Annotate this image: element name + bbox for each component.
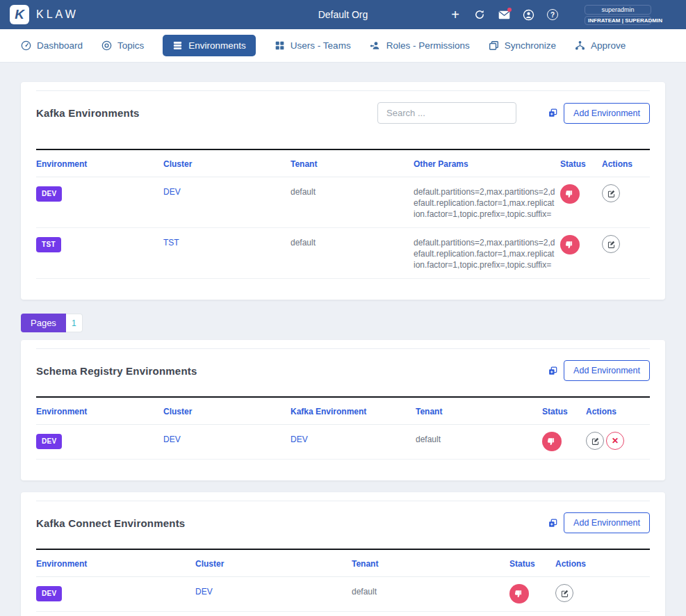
other-params-value: default.partitions=2,max.partitions=2,de… — [414, 237, 556, 270]
user-team-role: INFRATEAM | SUPERADMIN — [585, 16, 651, 25]
roles-person-key-icon — [370, 40, 381, 51]
edit-icon[interactable] — [586, 432, 604, 450]
cluster-link[interactable]: DEV — [163, 435, 181, 444]
profile-icon[interactable] — [522, 8, 534, 21]
users-teams-grid-icon — [275, 40, 285, 51]
table-header-row: Environment Cluster Tenant Status Action… — [36, 550, 650, 577]
tenant-value: default — [352, 586, 509, 597]
dashboard-gauge-icon — [21, 40, 31, 51]
topics-target-icon — [101, 40, 112, 51]
nav-item-users-teams[interactable]: Users - Teams — [275, 40, 351, 51]
table-header-row: Environment Cluster Kafka Environment Te… — [36, 398, 650, 425]
nav-item-roles-permissions[interactable]: Roles - Permissions — [370, 40, 470, 51]
pagination: Pages 1 — [21, 314, 665, 332]
page-number[interactable]: 1 — [66, 314, 83, 332]
kafka-environment-link[interactable]: DEV — [291, 435, 308, 444]
help-icon[interactable]: ? — [546, 8, 559, 21]
brand[interactable]: K KLAW — [10, 5, 79, 24]
cluster-link[interactable]: TST — [163, 238, 179, 248]
table-row: DEV DEV default default.partitions=2,max… — [36, 177, 650, 228]
nav-item-approve[interactable]: Approve — [575, 40, 626, 51]
page-content: Kafka Environments Add Environment Envir… — [0, 63, 686, 616]
cluster-link[interactable]: DEV — [163, 187, 181, 197]
environment-badge: TST — [36, 237, 61, 252]
kafka-environments-card: Kafka Environments Add Environment Envir… — [21, 82, 665, 300]
add-schema-environment-button[interactable]: Add Environment — [564, 360, 650, 381]
table-header-row: Environment Cluster Tenant Other Params … — [36, 150, 650, 177]
main-nav: Dashboard Topics Environments Users - Te… — [0, 29, 686, 63]
tenant-value: default — [291, 186, 414, 197]
status-thumbs-down-icon[interactable] — [509, 584, 529, 603]
klaw-logo-icon: K — [10, 5, 29, 24]
connect-environments-table: Environment Cluster Tenant Status Action… — [36, 549, 650, 612]
copy-plus-icon[interactable] — [548, 108, 557, 117]
cluster-link[interactable]: DEV — [195, 587, 213, 597]
schema-environments-table: Environment Cluster Kafka Environment Te… — [36, 396, 650, 460]
status-thumbs-down-icon[interactable] — [542, 432, 562, 451]
brand-name: KLAW — [36, 8, 79, 21]
delete-icon[interactable]: ✕ — [606, 432, 624, 450]
schema-registry-environments-card: Schema Registry Environments Add Environ… — [21, 340, 665, 480]
app-window: K KLAW Default Org + ? superadmin INFRAT… — [0, 0, 686, 616]
refresh-icon[interactable] — [473, 8, 486, 21]
pages-button[interactable]: Pages — [21, 314, 66, 332]
environments-server-icon — [172, 40, 183, 51]
nav-item-topics[interactable]: Topics — [101, 40, 144, 51]
kafka-environments-table: Environment Cluster Tenant Other Params … — [36, 149, 650, 279]
notification-dot — [507, 8, 512, 12]
org-title: Default Org — [318, 9, 368, 20]
kafka-environments-title: Kafka Environments — [36, 107, 140, 119]
status-thumbs-down-icon[interactable] — [560, 235, 580, 254]
kafka-connect-title: Kafka Connect Environments — [36, 517, 185, 529]
tenant-value: default — [416, 434, 542, 445]
table-row: DEV DEV DEV default — [36, 425, 650, 460]
environment-badge: DEV — [36, 434, 62, 449]
copy-plus-icon[interactable] — [548, 366, 557, 375]
kafka-connect-environments-card: Kafka Connect Environments Add Environme… — [21, 492, 665, 616]
table-row: DEV DEV default — [36, 577, 650, 612]
other-params-value: default.partitions=2,max.partitions=2,de… — [414, 186, 556, 220]
tenant-value: default — [291, 237, 414, 248]
edit-icon[interactable] — [602, 184, 620, 202]
mail-icon[interactable] — [498, 8, 510, 21]
schema-registry-title: Schema Registry Environments — [36, 365, 197, 377]
edit-icon[interactable] — [555, 584, 573, 602]
environment-badge: DEV — [36, 586, 62, 601]
topbar-actions: + ? superadmin INFRATEAM | SUPERADMIN — [449, 0, 651, 29]
copy-plus-icon[interactable] — [548, 519, 557, 528]
environment-badge: DEV — [36, 186, 62, 202]
table-row: TST TST default default.partitions=2,max… — [36, 228, 650, 279]
edit-icon[interactable] — [602, 235, 620, 253]
user-name: superadmin — [585, 5, 651, 15]
nav-item-environments[interactable]: Environments — [163, 35, 256, 56]
synchronize-copy-icon — [489, 40, 499, 51]
user-menu[interactable]: superadmin INFRATEAM | SUPERADMIN — [585, 5, 651, 25]
add-icon[interactable]: + — [449, 8, 462, 21]
top-header-bar: K KLAW Default Org + ? superadmin INFRAT… — [0, 0, 686, 29]
approve-sitemap-icon — [575, 40, 585, 51]
nav-item-synchronize[interactable]: Synchronize — [489, 40, 556, 51]
add-connect-environment-button[interactable]: Add Environment — [564, 512, 650, 533]
add-kafka-environment-button[interactable]: Add Environment — [564, 103, 650, 124]
search-input[interactable] — [377, 102, 516, 124]
status-thumbs-down-icon[interactable] — [560, 184, 580, 204]
nav-item-dashboard[interactable]: Dashboard — [21, 40, 83, 51]
